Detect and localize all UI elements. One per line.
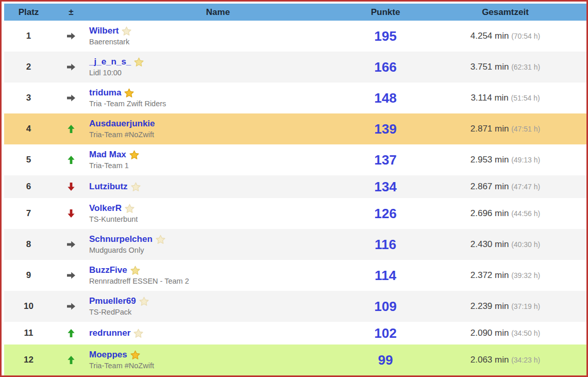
trend-cell <box>53 328 89 338</box>
time-min: 2.696 min <box>471 208 509 218</box>
time-min: 2.867 min <box>471 182 509 191</box>
arrow-right-icon <box>66 239 76 250</box>
arrow-right-icon <box>66 31 76 41</box>
time-min: 3.751 min <box>471 62 509 72</box>
points-cell: 137 <box>347 152 424 168</box>
column-header-name: Name <box>89 7 347 18</box>
time-cell: 2.696 min (44:56 h) <box>424 208 586 219</box>
time-hours: (47:51 h) <box>511 125 540 133</box>
points-cell: 109 <box>347 299 424 315</box>
trend-cell <box>53 155 89 165</box>
rider-name-link[interactable]: _j_e_n_s_ <box>89 57 131 67</box>
time-hours: (37:19 h) <box>511 302 540 310</box>
rider-cell: Mad Max Tria-Team 1 <box>89 144 347 175</box>
time-hours: (62:31 h) <box>511 63 540 71</box>
star-icon <box>121 26 132 37</box>
table-row: 3 triduma Tria -Team Zwift Riders 148 3.… <box>4 83 586 113</box>
trend-cell <box>53 93 89 103</box>
time-hours: (49:13 h) <box>511 156 540 164</box>
rider-name-link[interactable]: triduma <box>89 88 121 97</box>
trend-cell <box>53 270 89 281</box>
rank-cell: 8 <box>4 239 53 250</box>
time-cell: 2.871 min (47:51 h) <box>424 124 586 134</box>
leaderboard-page: Platz ± Name Punkte Gesamtzeit 1 Wilbert… <box>0 0 588 377</box>
rider-name-link[interactable]: redrunner <box>89 328 130 338</box>
rank-cell: 12 <box>4 355 53 365</box>
points-cell: 166 <box>347 59 424 75</box>
rank-cell: 2 <box>4 62 53 72</box>
rider-cell: BuzzFive Rennradtreff ESSEN - Team 2 <box>89 260 347 291</box>
team-name: Tria-Team 1 <box>89 160 347 171</box>
rider-cell: Ausdauerjunkie Tria-Team #NoZwift <box>89 113 347 144</box>
rider-cell: Lutzibutz <box>89 176 347 197</box>
time-min: 4.254 min <box>471 31 509 41</box>
star-icon <box>129 150 140 160</box>
team-name: Lidl 10:00 <box>89 68 347 78</box>
rider-name-link[interactable]: Mad Max <box>89 150 126 159</box>
leaderboard-body: 1 Wilbert Baerenstark 195 4.254 min (70:… <box>4 21 586 375</box>
table-row: 11 redrunner 102 2.090 min (34:50 h) <box>4 322 586 345</box>
trend-cell <box>53 182 89 192</box>
rider-name-link[interactable]: Moeppes <box>89 350 127 359</box>
rider-name-link[interactable]: Pmueller69 <box>89 296 136 306</box>
table-row: 6 Lutzibutz 134 2.867 min (47:47 h) <box>4 175 586 198</box>
rank-cell: 1 <box>4 31 53 41</box>
rider-name-link[interactable]: Schnurpelchen <box>89 234 153 244</box>
arrow-up-icon <box>66 328 76 338</box>
rank-cell: 3 <box>4 93 53 103</box>
trend-cell <box>53 301 89 312</box>
time-hours: (40:30 h) <box>511 240 540 249</box>
column-header-gesamtzeit: Gesamtzeit <box>424 7 586 18</box>
trend-cell <box>53 31 89 41</box>
rider-cell: _j_e_n_s_ Lidl 10:00 <box>89 52 347 83</box>
points-cell: 126 <box>347 206 424 222</box>
column-header-trend: ± <box>53 7 89 18</box>
team-name: Mudguards Only <box>89 245 347 255</box>
team-name: Tria-Team #NoZwift <box>89 129 347 140</box>
time-cell: 2.090 min (34:50 h) <box>424 328 586 338</box>
time-cell: 2.953 min (49:13 h) <box>424 155 586 165</box>
table-row: 4 Ausdauerjunkie Tria-Team #NoZwift 139 … <box>4 113 586 144</box>
time-cell: 4.254 min (70:54 h) <box>424 31 586 41</box>
time-hours: (34:50 h) <box>511 329 540 337</box>
time-cell: 3.114 min (51:54 h) <box>424 93 586 103</box>
arrow-up-icon <box>66 155 76 165</box>
points-cell: 148 <box>347 90 424 106</box>
team-name: Baerenstark <box>89 37 347 47</box>
rider-cell: redrunner <box>89 323 347 343</box>
star-icon <box>155 234 166 245</box>
table-header-row: Platz ± Name Punkte Gesamtzeit <box>4 4 586 21</box>
rider-name-link[interactable]: BuzzFive <box>89 265 127 275</box>
team-name: Tria-Team #NoZwift <box>89 360 347 371</box>
time-cell: 2.867 min (47:47 h) <box>424 182 586 192</box>
arrow-right-icon <box>66 270 76 281</box>
star-icon <box>124 88 135 99</box>
rider-cell: Wilbert Baerenstark <box>89 21 347 52</box>
rank-cell: 10 <box>4 301 53 312</box>
rider-cell: Schnurpelchen Mudguards Only <box>89 229 347 260</box>
trend-cell <box>53 208 89 219</box>
rider-name-link[interactable]: VolkerR <box>89 203 122 213</box>
time-hours: (44:56 h) <box>511 209 540 218</box>
time-min: 2.372 min <box>471 270 509 280</box>
rider-cell: Moeppes Tria-Team #NoZwift <box>89 345 347 375</box>
time-cell: 2.430 min (40:30 h) <box>424 239 586 250</box>
rank-cell: 5 <box>4 155 53 165</box>
table-row: 1 Wilbert Baerenstark 195 4.254 min (70:… <box>4 21 586 52</box>
rider-name-link[interactable]: Wilbert <box>89 26 119 36</box>
time-hours: (51:54 h) <box>511 94 540 102</box>
team-name: TS-RedPack <box>89 307 347 317</box>
arrow-right-icon <box>66 93 76 103</box>
rider-cell: Pmueller69 TS-RedPack <box>89 291 347 322</box>
time-cell: 2.239 min (37:19 h) <box>424 301 586 312</box>
rank-cell: 7 <box>4 208 53 219</box>
column-header-punkte: Punkte <box>347 7 424 18</box>
points-cell: 114 <box>347 268 424 284</box>
rider-name-link[interactable]: Ausdauerjunkie <box>89 119 155 128</box>
star-icon <box>139 296 149 307</box>
star-icon <box>133 57 144 68</box>
points-cell: 99 <box>347 352 424 368</box>
time-min: 2.063 min <box>471 355 509 365</box>
rider-name-link[interactable]: Lutzibutz <box>89 182 128 191</box>
points-cell: 139 <box>347 121 424 137</box>
